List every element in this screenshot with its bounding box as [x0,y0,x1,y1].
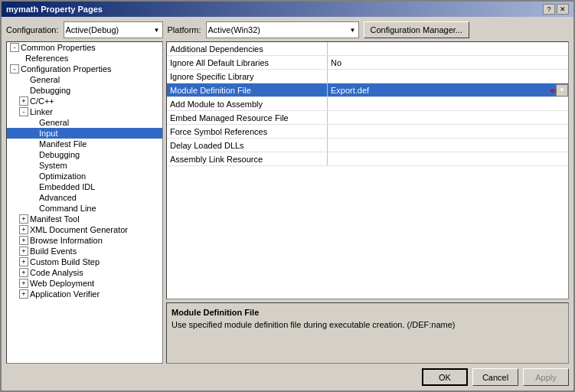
expander-icon: - [19,107,28,116]
config-select-wrapper: Active(Debug) [64,21,163,38]
expander-icon: + [19,96,28,106]
sidebar-item-label: References [25,54,68,63]
config-select[interactable]: Active(Debug) [64,21,163,38]
sidebar-item-common-props[interactable]: - Common Properties [7,42,162,53]
sidebar-item-web-deploy[interactable]: + Web Deployment [7,278,162,289]
sidebar-item-config-props[interactable]: - Configuration Properties [7,64,162,74]
sidebar-item-build-events[interactable]: + Build Events [7,246,162,256]
sidebar-item-linker-embedded[interactable]: Embedded IDL [7,181,162,192]
prop-value: Export.def ⟸ ▼ [328,83,568,96]
sidebar-item-code-analysis[interactable]: + Code Analysis [7,267,162,278]
sidebar-item-linker-advanced[interactable]: Advanced [7,192,162,203]
sidebar-item-browse-info[interactable]: + Browse Information [7,235,162,246]
sidebar-item-label: Build Events [30,247,77,256]
dropdown-button[interactable]: ▼ [556,84,568,96]
sidebar-item-label: C/C++ [30,96,54,106]
prop-value [328,152,568,165]
sidebar-item-linker-cmdline[interactable]: Command Line [7,203,162,214]
expander-icon: + [19,225,28,234]
sidebar-item-label: Manifest File [39,139,87,149]
sidebar-item-linker-system[interactable]: System [7,160,162,171]
title-bar: mymath Property Pages ? ✕ [2,2,573,17]
expander-icon: + [19,268,28,277]
sidebar-item-general[interactable]: General [7,74,162,85]
prop-name: Delay Loaded DLLs [167,139,328,152]
prop-row-ignore-default[interactable]: Ignore All Default Libraries No [167,56,568,70]
prop-name: Assembly Link Resource [167,152,328,165]
sidebar-item-label: Debugging [39,150,80,159]
sidebar-item-app-verifier[interactable]: + Application Verifier [7,289,162,299]
cancel-button[interactable]: Cancel [472,368,518,386]
sidebar-item-label: Optimization [39,172,86,181]
apply-button[interactable]: Apply [523,368,569,386]
sidebar-item-label: System [39,161,67,170]
config-manager-button[interactable]: Configuration Manager... [364,21,469,38]
sidebar-item-linker[interactable]: - Linker [7,106,162,117]
sidebar-item-label: Linker [30,107,53,116]
property-pages-window: mymath Property Pages ? ✕ Configuration:… [0,0,575,392]
prop-row-ignore-specific[interactable]: Ignore Specific Library [167,70,568,83]
description-title: Module Definition File [172,308,564,317]
sidebar-item-label: Advanced [39,193,77,202]
prop-name: Additional Dependencies [167,42,328,55]
prop-name: Module Definition File [167,83,328,96]
prop-name: Add Module to Assembly [167,97,328,110]
prop-row-module-def[interactable]: Module Definition File Export.def ⟸ ▼ [167,83,568,97]
sidebar-item-label: Code Analysis [30,268,83,277]
prop-row-delay-loaded[interactable]: Delay Loaded DLLs [167,139,568,152]
expander-icon: - [10,64,19,74]
sidebar-item-xml-doc[interactable]: + XML Document Generator [7,224,162,235]
platform-select-wrapper: Active(Win32) [206,21,359,38]
prop-name: Ignore Specific Library [167,70,328,83]
config-bar: Configuration: Active(Debug) Platform: A… [6,21,569,38]
right-panel: Additional Dependencies Ignore All Defau… [166,41,569,364]
prop-row-embed-managed[interactable]: Embed Managed Resource File [167,111,568,125]
sidebar-item-label: Application Verifier [30,289,100,299]
window-title: mymath Property Pages [6,5,103,14]
sidebar-item-linker-optimization[interactable]: Optimization [7,171,162,181]
expander-icon: + [19,289,28,299]
expander-icon: - [10,43,19,52]
prop-name: Embed Managed Resource File [167,111,328,124]
platform-select[interactable]: Active(Win32) [206,21,359,38]
sidebar-item-linker-debugging[interactable]: Debugging [7,149,162,160]
sidebar-item-linker-general[interactable]: General [7,117,162,128]
sidebar-item-debugging[interactable]: Debugging [7,85,162,96]
expander-icon: + [19,214,28,224]
prop-row-force-symbol[interactable]: Force Symbol References [167,125,568,139]
button-bar: OK Cancel Apply [6,367,569,386]
tree-panel: - Common Properties References - Configu… [6,41,163,364]
sidebar-item-label: General [39,118,69,127]
help-button[interactable]: ? [543,4,555,15]
sidebar-item-label: General [30,75,60,84]
prop-row-assembly-link[interactable]: Assembly Link Resource [167,152,568,166]
sidebar-item-manifest-tool[interactable]: + Manifest Tool [7,214,162,224]
prop-value [328,97,568,110]
window-content: Configuration: Active(Debug) Platform: A… [2,17,573,390]
sidebar-item-label: Debugging [30,86,70,95]
sidebar-item-label: Web Deployment [30,279,94,288]
sidebar-item-label: XML Document Generator [30,225,128,234]
prop-value [328,111,568,124]
properties-table: Additional Dependencies Ignore All Defau… [166,41,569,299]
ok-button[interactable]: OK [422,368,468,386]
sidebar-item-label: Command Line [39,204,96,213]
sidebar-item-label: Custom Build Step [30,257,100,266]
sidebar-item-references[interactable]: References [7,53,162,64]
sidebar-item-label: Manifest Tool [30,214,80,224]
prop-value [328,42,568,55]
sidebar-item-cpp[interactable]: + C/C++ [7,96,162,106]
prop-row-add-module[interactable]: Add Module to Assembly [167,97,568,111]
close-button[interactable]: ✕ [557,4,569,15]
sidebar-item-linker-manifest[interactable]: Manifest File [7,139,162,149]
sidebar-item-custom-build[interactable]: + Custom Build Step [7,256,162,267]
title-bar-buttons: ? ✕ [543,4,569,15]
main-area: - Common Properties References - Configu… [6,41,569,364]
expander-icon: + [19,279,28,288]
prop-value [328,125,568,138]
description-panel: Module Definition File Use specified mod… [166,302,569,364]
prop-value [328,70,568,83]
expander-icon: + [19,247,28,256]
prop-row-additional-deps[interactable]: Additional Dependencies [167,42,568,56]
sidebar-item-linker-input[interactable]: Input [7,128,162,139]
